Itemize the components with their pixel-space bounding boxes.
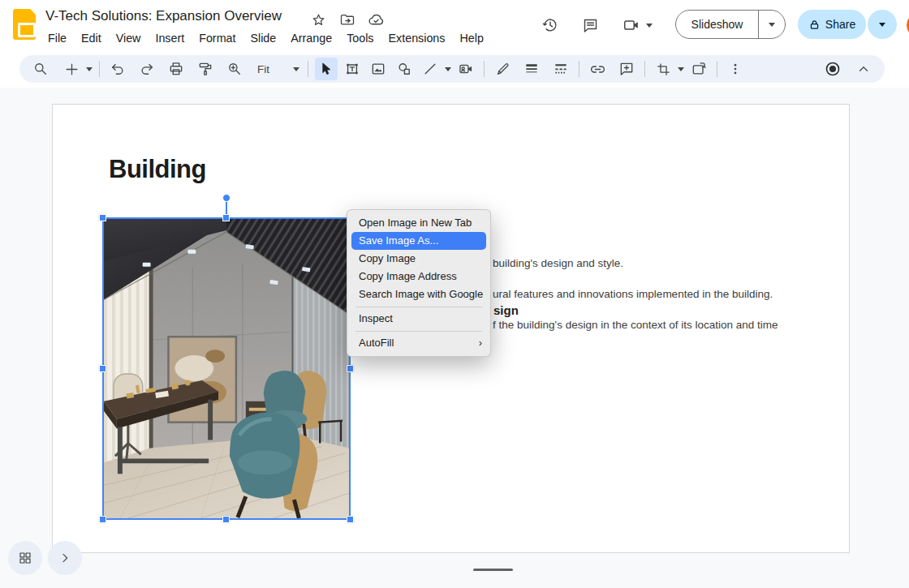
office-interior-rendering [104,219,349,518]
zoom-fit-dropdown-icon [293,67,299,71]
menu-tools[interactable]: Tools [339,29,381,47]
toolbar-divider [717,61,717,77]
insert-line-dropdown-icon[interactable] [443,58,453,80]
slides-logo[interactable] [13,9,36,40]
menu-edit[interactable]: Edit [74,29,109,47]
resize-handle-nw[interactable] [99,214,106,221]
menu-slide[interactable]: Slide [243,29,283,47]
image-context-menu: Open Image in New Tab Save Image As... C… [347,209,491,357]
slide-heading-fragment[interactable]: sign [493,303,519,317]
app-header: V-Tech Solutions: Expansion Overview Fil… [0,0,909,50]
ctx-search-image-google[interactable]: Search Image with Google [347,285,490,303]
menu-arrange[interactable]: Arrange [283,29,339,47]
ctx-save-image-as[interactable]: Save Image As... [351,232,486,250]
slide-body-fragment[interactable]: f the building's design in the context o… [493,319,778,331]
horizontal-scrollbar[interactable] [473,569,513,571]
pen-icon[interactable] [491,58,514,80]
insert-line-icon[interactable] [419,58,442,80]
submenu-chevron-icon: › [479,334,482,352]
ctx-copy-image[interactable]: Copy Image [347,250,490,268]
context-menu-divider [355,307,482,307]
toolbar-divider [99,61,100,77]
text-box-icon[interactable] [341,58,364,80]
paint-format-icon[interactable] [194,58,217,80]
resize-handle-sw[interactable] [99,516,106,523]
resize-handle-w[interactable] [99,365,106,372]
menu-extensions[interactable]: Extensions [381,29,453,47]
insert-image-icon[interactable] [367,58,390,80]
share-label: Share [825,18,855,31]
ctx-copy-image-address[interactable]: Copy Image Address [347,268,490,285]
slide-body-fragment[interactable]: ural features and innovations implemente… [493,288,773,300]
zoom-fit-value: Fit [251,63,293,75]
add-comment-icon[interactable] [615,58,638,80]
menu-file[interactable]: File [41,29,74,47]
join-call-icon[interactable] [620,14,643,36]
lock-icon [808,19,821,31]
search-icon[interactable] [29,58,52,80]
slide-body-fragment[interactable]: building's design and style. [493,257,623,269]
share-button[interactable]: Share [798,10,866,39]
menu-format[interactable]: Format [192,29,243,47]
more-icon[interactable] [724,58,747,80]
resize-handle-se[interactable] [347,516,354,523]
rotation-handle[interactable] [222,194,230,202]
ctx-open-image-new-tab[interactable]: Open Image in New Tab [347,214,490,232]
menu-view[interactable]: View [109,29,149,47]
ctx-autofill[interactable]: AutoFill › [347,334,490,352]
undo-icon[interactable] [106,58,129,80]
join-call-dropdown-icon[interactable] [643,14,656,36]
replace-image-icon[interactable] [687,58,710,80]
expand-filmstrip-button[interactable] [48,541,82,575]
crop-dropdown-icon[interactable] [676,58,686,80]
zoom-fit-select[interactable]: Fit [251,63,299,75]
zoom-icon[interactable] [223,58,246,80]
print-icon[interactable] [165,58,187,80]
crop-icon[interactable] [652,58,674,80]
record-icon[interactable] [821,58,844,80]
toolbar-divider [644,61,645,77]
select-tool-icon[interactable] [315,58,338,80]
toolbar: Fit [19,55,885,83]
slideshow-label: Slideshow [676,18,758,31]
version-history-icon[interactable] [539,14,562,36]
share-dropdown-button[interactable] [868,10,897,39]
toolbar-row: Fit [0,50,909,88]
insert-shape-icon[interactable] [393,58,416,80]
slideshow-button[interactable]: Slideshow [675,10,786,39]
menu-bar: File Edit View Insert Format Slide Arran… [41,29,491,47]
star-icon[interactable] [309,11,327,28]
redo-icon[interactable] [136,58,158,80]
resize-handle-n[interactable] [222,214,230,221]
next-chevron-icon [58,552,71,564]
ctx-autofill-label: AutoFill [359,334,394,352]
insert-placeholder-icon[interactable] [60,58,83,80]
grid-view-icon [18,551,32,565]
insert-video-icon[interactable] [454,58,477,80]
resize-handle-e[interactable] [347,365,354,372]
ctx-inspect[interactable]: Inspect [347,310,490,328]
toolbar-divider [579,61,579,77]
border-weight-icon[interactable] [520,58,543,80]
grid-view-button[interactable] [8,541,42,575]
office-interior-image[interactable] [102,217,351,520]
insert-placeholder-dropdown-icon[interactable] [84,58,94,80]
cloud-saved-icon[interactable] [367,11,385,28]
toolbar-divider [484,61,485,77]
hide-menus-icon[interactable] [852,58,875,80]
toolbar-divider [308,61,308,77]
move-to-drive-icon[interactable] [338,11,356,28]
menu-help[interactable]: Help [452,29,490,47]
slide-title-text[interactable]: Building [109,155,206,184]
border-dash-icon[interactable] [549,58,572,80]
document-title[interactable]: V-Tech Solutions: Expansion Overview [45,8,282,24]
context-menu-divider [355,331,482,332]
menu-insert[interactable]: Insert [148,29,192,47]
slideshow-dropdown[interactable] [758,11,785,38]
resize-handle-s[interactable] [222,516,230,523]
insert-link-icon[interactable] [586,58,609,80]
comments-icon[interactable] [579,14,601,36]
